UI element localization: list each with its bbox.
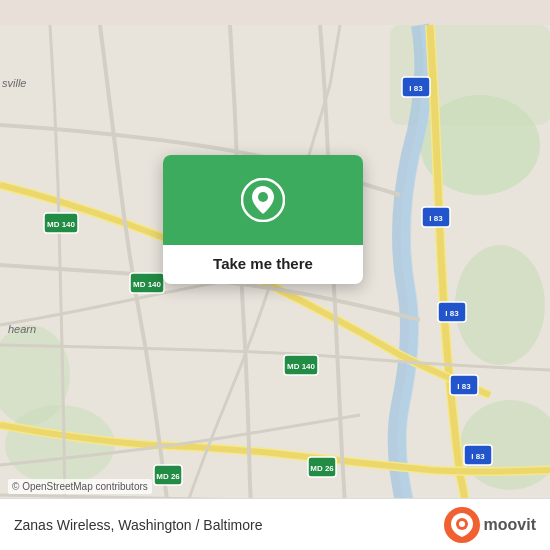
svg-point-33 bbox=[459, 521, 465, 527]
svg-text:MD 26: MD 26 bbox=[310, 464, 334, 473]
take-me-there-button[interactable]: Take me there bbox=[213, 255, 313, 272]
svg-text:hearn: hearn bbox=[8, 323, 36, 335]
moovit-logo-icon bbox=[444, 507, 480, 543]
svg-text:MD 140: MD 140 bbox=[287, 362, 316, 371]
svg-point-30 bbox=[258, 192, 268, 202]
svg-text:MD 140: MD 140 bbox=[133, 280, 162, 289]
svg-point-2 bbox=[455, 245, 545, 365]
card-bottom: Take me there bbox=[163, 245, 363, 284]
svg-text:MD 140: MD 140 bbox=[47, 220, 76, 229]
bottom-bar: Zanas Wireless, Washington / Baltimore m… bbox=[0, 498, 550, 550]
svg-text:MD 26: MD 26 bbox=[156, 472, 180, 481]
svg-text:I 83: I 83 bbox=[471, 452, 485, 461]
moovit-logo: moovit bbox=[444, 507, 536, 543]
svg-text:I 83: I 83 bbox=[457, 382, 471, 391]
location-label: Zanas Wireless, Washington / Baltimore bbox=[14, 517, 262, 533]
map-container: I 83 I 83 I 83 I 83 I 83 MD 140 MD 140 M… bbox=[0, 0, 550, 550]
moovit-text: moovit bbox=[484, 516, 536, 534]
svg-text:sville: sville bbox=[2, 77, 26, 89]
svg-text:I 83: I 83 bbox=[429, 214, 443, 223]
svg-text:I 83: I 83 bbox=[445, 309, 459, 318]
card-top-green bbox=[163, 155, 363, 245]
svg-text:I 83: I 83 bbox=[409, 84, 423, 93]
location-pin-icon bbox=[241, 178, 285, 222]
svg-point-5 bbox=[5, 405, 115, 485]
take-me-there-card: Take me there bbox=[163, 155, 363, 284]
map-attribution: © OpenStreetMap contributors bbox=[8, 479, 152, 494]
